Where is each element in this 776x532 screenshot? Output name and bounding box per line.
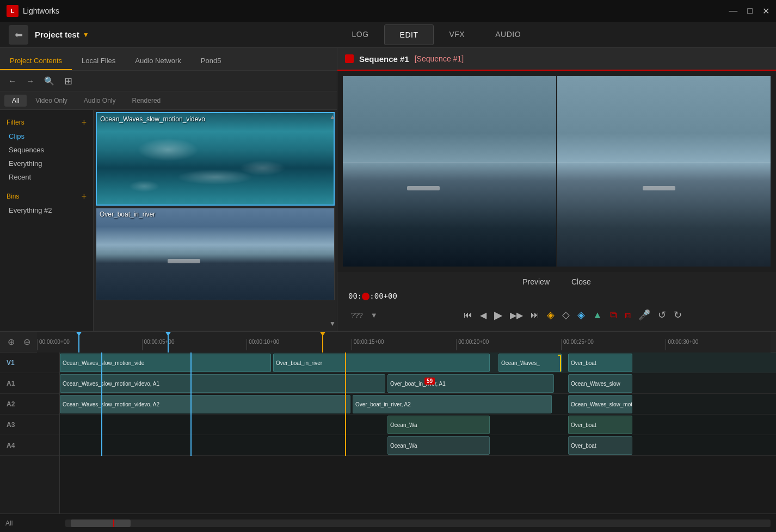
scroll-up-arrow[interactable]: ▲ bbox=[329, 113, 336, 121]
project-dropdown-arrow[interactable]: ▼ bbox=[83, 31, 89, 39]
clip-item-ocean[interactable]: Ocean_Waves_slow_motion_videvo bbox=[96, 112, 335, 206]
sidebar-item-everything[interactable]: Everything bbox=[0, 157, 93, 170]
sequence-preview-right bbox=[557, 76, 771, 267]
scroll-down-arrow[interactable]: ▼ bbox=[329, 320, 336, 327]
v1-clip-3[interactable]: Ocean_Waves_ bbox=[498, 354, 562, 372]
timecode-bar: 00::00+00 bbox=[348, 292, 765, 300]
a3-clip-2-label: Over_boat bbox=[571, 422, 596, 428]
sidebar-item-everything2[interactable]: Everything #2 bbox=[0, 203, 93, 217]
a1-clip-3[interactable]: Ocean_Waves_slow bbox=[568, 374, 632, 393]
tab-log[interactable]: LOG bbox=[337, 24, 384, 45]
undo-button[interactable]: ↺ bbox=[656, 307, 668, 323]
clip-title-river: Over_boat_in_river bbox=[100, 211, 155, 218]
bottom-scroll-thumb[interactable] bbox=[71, 519, 131, 527]
add-filter-button[interactable]: + bbox=[82, 117, 87, 127]
sidebar-item-recent[interactable]: Recent bbox=[0, 170, 93, 184]
next-frame-button[interactable]: ▶▶ bbox=[508, 308, 525, 322]
transport-dropdown-label: ??? bbox=[348, 310, 366, 321]
filter-all[interactable]: All bbox=[4, 95, 27, 107]
playhead-orange[interactable] bbox=[322, 332, 323, 352]
a1-clip-1[interactable]: Ocean_Waves_slow_motion_videvo, A1 bbox=[60, 374, 385, 393]
close-button[interactable]: Close bbox=[571, 277, 591, 286]
mark-green-button[interactable]: ▲ bbox=[590, 308, 605, 323]
playhead-blue-1[interactable] bbox=[78, 332, 79, 352]
v1-clip-1[interactable]: Ocean_Waves_slow_motion_vide bbox=[60, 354, 271, 372]
a4-clip-2[interactable]: Over_boat bbox=[568, 436, 632, 455]
audio-button[interactable]: 🎤 bbox=[636, 307, 652, 323]
a3-clip-1[interactable]: Ocean_Wa bbox=[387, 416, 490, 434]
add-bin-button[interactable]: + bbox=[82, 191, 87, 201]
project-name: Project test bbox=[35, 30, 79, 39]
skip-end-button[interactable]: ⏭ bbox=[528, 308, 541, 321]
track-label-a4: A4 bbox=[0, 435, 59, 456]
ts-mark-5: 00:00:25+00 bbox=[561, 339, 666, 350]
tab-pond5[interactable]: Pond5 bbox=[191, 52, 231, 70]
zoom-out-button[interactable]: ⊖ bbox=[21, 336, 33, 348]
sidebar-item-clips[interactable]: Clips bbox=[0, 129, 93, 143]
playhead-blue-2[interactable] bbox=[168, 332, 169, 352]
filter-rendered[interactable]: Rendered bbox=[125, 95, 169, 107]
prev-frame-button[interactable]: ◀ bbox=[478, 308, 489, 322]
a2-clip-3[interactable]: Ocean_Waves_slow_mot bbox=[568, 395, 632, 413]
tab-edit[interactable]: EDIT bbox=[384, 24, 434, 45]
ts-mark-4: 00:00:20+00 bbox=[456, 339, 561, 350]
transport-dropdown-arrow[interactable]: ▼ bbox=[368, 310, 380, 321]
ts-mark-0: 00:00:00+00 bbox=[37, 339, 142, 350]
filter-audio-only[interactable]: Audio Only bbox=[76, 95, 124, 107]
bottom-red-marker bbox=[113, 519, 114, 527]
close-button[interactable]: ✕ bbox=[762, 6, 769, 16]
skip-start-button[interactable]: ⏮ bbox=[461, 308, 475, 321]
overwrite-button[interactable]: ⧈ bbox=[623, 308, 633, 323]
right-panel: Sequence #1 [Sequence #1] Preview Close … bbox=[337, 48, 776, 331]
insert-button[interactable]: ⧉ bbox=[608, 308, 619, 323]
mark-point-button[interactable]: ◇ bbox=[560, 307, 572, 323]
transport-controls: ??? ▼ ⏮ ◀ ▶ ▶▶ ⏭ ◈ ◇ ◈ ▲ ⧉ ⧈ 🎤 ↺ bbox=[348, 305, 765, 325]
sequence-viewer bbox=[337, 71, 776, 272]
preview-close-buttons: Preview Close bbox=[348, 277, 765, 286]
a4-clip-1[interactable]: Ocean_Wa bbox=[387, 436, 490, 455]
tab-project-contents[interactable]: Project Contents bbox=[0, 52, 72, 70]
a2-clip-1[interactable]: Ocean_Waves_slow_motion_videvo, A2 bbox=[60, 395, 350, 413]
search-button[interactable]: 🔍 bbox=[41, 75, 57, 88]
tab-local-files[interactable]: Local Files bbox=[72, 52, 125, 70]
clip-thumb-ocean bbox=[97, 113, 334, 205]
seq-boat-left bbox=[407, 186, 440, 190]
zoom-in-button[interactable]: ⊕ bbox=[5, 336, 17, 348]
back-button[interactable]: ⬅ bbox=[9, 25, 28, 45]
a2-clip-2[interactable]: Over_boat_in_river, A2 bbox=[353, 395, 552, 413]
track-row-v1: Ocean_Waves_slow_motion_vide Over_boat_i… bbox=[60, 352, 776, 373]
sequence-header: Sequence #1 [Sequence #1] bbox=[337, 48, 776, 71]
back-nav-button[interactable]: ← bbox=[5, 75, 19, 87]
clip-item-river[interactable]: Over_boat_in_river bbox=[96, 208, 335, 300]
tab-vfx[interactable]: VFX bbox=[434, 24, 480, 45]
tab-audio-network[interactable]: Audio Network bbox=[125, 52, 191, 70]
preview-button[interactable]: Preview bbox=[522, 277, 550, 286]
play-button[interactable]: ▶ bbox=[492, 307, 504, 323]
seq-boat-right bbox=[643, 186, 675, 190]
yellow-bracket bbox=[558, 355, 561, 372]
redo-button[interactable]: ↻ bbox=[672, 307, 684, 323]
filter-video-only[interactable]: Video Only bbox=[28, 95, 75, 107]
track-row-a2: Ocean_Waves_slow_motion_videvo, A2 Over_… bbox=[60, 394, 776, 415]
minimize-button[interactable]: — bbox=[729, 6, 737, 16]
tracks-area[interactable]: 59 Ocean_Waves_slow_motion_vide Over_boa… bbox=[60, 352, 776, 514]
timeline-header: ⊕ ⊖ 00:00:00+00 00:00:05+00 00:00:10+00 … bbox=[0, 332, 776, 352]
v1-clip-2[interactable]: Over_boat_in_river bbox=[273, 354, 490, 372]
a3-clip-2[interactable]: Over_boat bbox=[568, 416, 632, 434]
mark-in-button[interactable]: ◈ bbox=[545, 307, 557, 323]
bottom-scroll-track[interactable] bbox=[65, 519, 771, 527]
v1-clip-4[interactable]: Over_boat bbox=[568, 354, 632, 372]
a4-clip-1-label: Ocean_Wa bbox=[390, 443, 417, 449]
sidebar-item-sequences[interactable]: Sequences bbox=[0, 143, 93, 157]
maximize-button[interactable]: □ bbox=[747, 6, 753, 16]
mark-out-button[interactable]: ◈ bbox=[575, 307, 587, 323]
track-label-v1: V1 bbox=[0, 352, 59, 373]
titlebar: L Lightworks — □ ✕ bbox=[0, 0, 776, 22]
fwd-nav-button[interactable]: → bbox=[23, 75, 37, 87]
clips-area[interactable]: Ocean_Waves_slow_motion_videvo Over_boat… bbox=[94, 110, 337, 331]
sequence-name: Sequence #1 bbox=[359, 54, 409, 64]
a1-clip-2[interactable]: Over_boat_in_river, A1 bbox=[387, 374, 554, 393]
tab-audio[interactable]: AUDIO bbox=[480, 24, 536, 45]
grid-view-button[interactable]: ⊞ bbox=[61, 73, 75, 89]
sequence-bracket-name: [Sequence #1] bbox=[415, 54, 464, 63]
